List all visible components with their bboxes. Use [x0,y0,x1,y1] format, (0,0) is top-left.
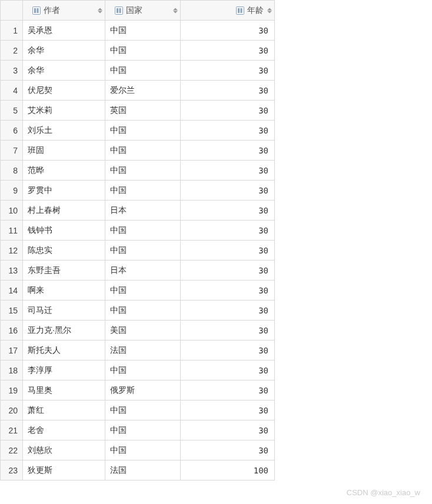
cell-country[interactable]: 法国 [105,341,181,361]
sort-arrows-icon[interactable] [173,8,178,13]
cell-age[interactable]: 30 [181,21,275,41]
cell-author[interactable]: 萧红 [23,400,105,420]
table-row[interactable]: 17斯托夫人法国30 [1,341,275,361]
cell-author[interactable]: 马里奥 [23,380,105,400]
cell-author[interactable]: 亚力克·黑尔 [23,321,105,341]
cell-country[interactable]: 中国 [105,281,181,301]
table-row[interactable]: 20萧红中国30 [1,400,275,420]
table-row[interactable]: 23狄更斯法国100 [1,460,275,480]
cell-age[interactable]: 30 [181,400,275,420]
cell-age[interactable]: 30 [181,341,275,361]
cell-age[interactable]: 30 [181,321,275,341]
row-number[interactable]: 14 [1,281,23,301]
cell-country[interactable]: 美国 [105,321,181,341]
table-row[interactable]: 11钱钟书中国30 [1,221,275,241]
row-number[interactable]: 5 [1,101,23,121]
cell-country[interactable]: 中国 [105,121,181,141]
cell-age[interactable]: 30 [181,121,275,141]
table-row[interactable]: 12陈忠实中国30 [1,241,275,261]
table-row[interactable]: 5艾米莉英国30 [1,101,275,121]
table-row[interactable]: 1吴承恩中国30 [1,21,275,41]
row-number[interactable]: 2 [1,41,23,61]
cell-age[interactable]: 30 [181,361,275,380]
row-number[interactable]: 18 [1,361,23,380]
cell-country[interactable]: 中国 [105,241,181,261]
cell-country[interactable]: 俄罗斯 [105,380,181,400]
cell-age[interactable]: 30 [181,380,275,400]
row-number[interactable]: 6 [1,121,23,141]
row-number[interactable]: 17 [1,341,23,361]
cell-author[interactable]: 钱钟书 [23,221,105,241]
row-number[interactable]: 12 [1,241,23,261]
table-row[interactable]: 6刘乐土中国30 [1,121,275,141]
cell-country[interactable]: 日本 [105,261,181,281]
row-number[interactable]: 13 [1,261,23,281]
sort-arrows-icon[interactable] [267,8,272,13]
row-number[interactable]: 22 [1,440,23,460]
cell-author[interactable]: 司马迁 [23,301,105,321]
cell-age[interactable]: 30 [181,301,275,321]
cell-author[interactable]: 范晔 [23,161,105,181]
cell-author[interactable]: 老舍 [23,420,105,440]
cell-author[interactable]: 余华 [23,61,105,81]
cell-author[interactable]: 村上春树 [23,201,105,221]
row-number-header[interactable] [1,1,23,21]
row-number[interactable]: 16 [1,321,23,341]
cell-age[interactable]: 30 [181,241,275,261]
table-row[interactable]: 14啊来中国30 [1,281,275,301]
row-number[interactable]: 10 [1,201,23,221]
cell-author[interactable]: 伏尼契 [23,81,105,101]
cell-age[interactable]: 30 [181,41,275,61]
cell-country[interactable]: 爱尔兰 [105,81,181,101]
cell-age[interactable]: 30 [181,440,275,460]
cell-author[interactable]: 斯托夫人 [23,341,105,361]
cell-age[interactable]: 30 [181,141,275,161]
table-row[interactable]: 19马里奥俄罗斯30 [1,380,275,400]
table-row[interactable]: 9罗贯中中国30 [1,181,275,201]
row-number[interactable]: 23 [1,460,23,480]
row-number[interactable]: 3 [1,61,23,81]
table-row[interactable]: 4伏尼契爱尔兰30 [1,81,275,101]
cell-country[interactable]: 中国 [105,221,181,241]
row-number[interactable]: 1 [1,21,23,41]
cell-author[interactable]: 狄更斯 [23,460,105,480]
cell-age[interactable]: 30 [181,181,275,201]
cell-country[interactable]: 中国 [105,141,181,161]
cell-author[interactable]: 刘乐土 [23,121,105,141]
cell-age[interactable]: 30 [181,261,275,281]
cell-author[interactable]: 罗贯中 [23,181,105,201]
cell-author[interactable]: 李淳厚 [23,361,105,380]
cell-author[interactable]: 班固 [23,141,105,161]
table-row[interactable]: 2余华中国30 [1,41,275,61]
row-number[interactable]: 7 [1,141,23,161]
cell-country[interactable]: 中国 [105,400,181,420]
cell-author[interactable]: 刘慈欣 [23,440,105,460]
cell-country[interactable]: 中国 [105,420,181,440]
cell-author[interactable]: 吴承恩 [23,21,105,41]
cell-age[interactable]: 30 [181,81,275,101]
table-row[interactable]: 15司马迁中国30 [1,301,275,321]
cell-country[interactable]: 英国 [105,101,181,121]
cell-country[interactable]: 中国 [105,181,181,201]
cell-country[interactable]: 中国 [105,21,181,41]
column-header-age[interactable]: 年龄 [181,1,275,21]
column-header-author[interactable]: 作者 [23,1,105,21]
cell-age[interactable]: 30 [181,161,275,181]
row-number[interactable]: 4 [1,81,23,101]
cell-country[interactable]: 中国 [105,361,181,380]
table-row[interactable]: 3余华中国30 [1,61,275,81]
row-number[interactable]: 15 [1,301,23,321]
cell-country[interactable]: 中国 [105,61,181,81]
table-row[interactable]: 13东野圭吾日本30 [1,261,275,281]
table-row[interactable]: 21老舍中国30 [1,420,275,440]
table-row[interactable]: 7班固中国30 [1,141,275,161]
cell-age[interactable]: 30 [181,201,275,221]
cell-author[interactable]: 陈忠实 [23,241,105,261]
row-number[interactable]: 21 [1,420,23,440]
cell-country[interactable]: 中国 [105,161,181,181]
cell-age[interactable]: 30 [181,101,275,121]
cell-age[interactable]: 30 [181,221,275,241]
cell-country[interactable]: 中国 [105,301,181,321]
cell-age[interactable]: 100 [181,460,275,480]
cell-age[interactable]: 30 [181,281,275,301]
